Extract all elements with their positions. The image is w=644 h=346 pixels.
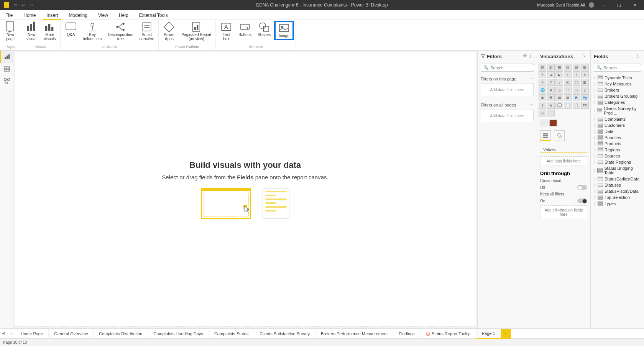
page-tab[interactable]: Page 1 <box>476 329 501 339</box>
page-tab[interactable]: Clients Satisfaction Survey <box>254 329 315 339</box>
field-item[interactable]: 〉Statuses <box>592 182 642 188</box>
field-item[interactable]: 〉State Regions <box>592 159 642 165</box>
field-item[interactable]: 〉Key Measures <box>592 81 642 87</box>
field-item[interactable]: 〉Dynamic Titles <box>592 75 642 81</box>
viz-custom-1[interactable]: ▫ <box>540 120 548 126</box>
shapes-button[interactable]: Shapes <box>255 21 273 38</box>
maximize-button[interactable]: ▢ <box>613 0 625 10</box>
viz-slicer[interactable]: ☰ <box>547 94 555 101</box>
viz-r[interactable]: R <box>573 94 580 101</box>
viz-clustered-column[interactable]: ▧ <box>564 64 572 71</box>
minimize-button[interactable]: ─ <box>598 0 610 10</box>
viz-narrative[interactable]: 📄 <box>564 102 572 109</box>
report-canvas[interactable]: Build visuals with your data Select or d… <box>15 52 476 327</box>
page-tab[interactable]: Complaints Distribution <box>94 329 148 339</box>
viz-values-well[interactable]: Add data fields here <box>540 156 587 166</box>
more-icon[interactable]: ⋯ <box>529 76 534 81</box>
redo-icon[interactable]: ↪ <box>30 3 33 8</box>
menu-view[interactable]: View <box>93 11 113 20</box>
field-item[interactable]: 〉Priorities <box>592 134 642 141</box>
field-item[interactable]: 〉Regions <box>592 147 642 153</box>
field-item[interactable]: 〉Date <box>592 128 642 134</box>
power-apps-button[interactable]: Power Apps <box>160 21 178 42</box>
viz-scatter[interactable]: ⋮ <box>555 79 563 86</box>
menu-file[interactable]: File <box>0 11 18 20</box>
viz-filled-map[interactable]: ◈ <box>547 87 555 93</box>
autosave-icon[interactable]: ⟲ <box>14 3 17 8</box>
field-item[interactable]: 〉Customers <box>592 122 642 128</box>
viz-100-bar[interactable]: ▨ <box>573 64 580 71</box>
field-item[interactable]: 〉Top Selection <box>592 194 642 200</box>
field-item[interactable]: 〉Products <box>592 141 642 147</box>
user-avatar[interactable] <box>589 2 594 8</box>
viz-ribbon[interactable]: ≋ <box>581 71 589 78</box>
more-icon[interactable]: ⋯ <box>529 102 534 107</box>
viz-kpi[interactable]: ◉ <box>539 94 546 101</box>
filters-all-drop[interactable]: Add data fields here <box>481 110 534 122</box>
user-name[interactable]: Mudassir Syed Rashid Ali <box>537 3 585 7</box>
viz-qna[interactable]: 💬 <box>555 102 563 109</box>
page-tab[interactable]: Home Page <box>15 329 49 339</box>
viz-area[interactable]: ◢ <box>547 71 555 78</box>
smart-narrative-button[interactable]: Smart narrative <box>137 21 157 42</box>
data-view-button[interactable] <box>0 63 13 75</box>
viz-format-tab[interactable] <box>554 130 565 141</box>
viz-treemap[interactable]: ▦ <box>581 79 589 86</box>
field-item[interactable]: 〉Brokers <box>592 87 642 93</box>
viz-gauge[interactable]: ◠ <box>564 87 572 93</box>
collapse-viz-icon[interactable]: 〉 <box>583 54 587 59</box>
field-item[interactable]: 〉Sources <box>592 153 642 159</box>
page-tab[interactable]: Complaints Handling Days <box>148 329 209 339</box>
qna-button[interactable]: Q&A <box>62 21 80 38</box>
drill-through-well[interactable]: Add drill-through fields here <box>540 205 587 219</box>
fields-search[interactable]: 🔍 <box>594 64 641 72</box>
viz-stacked-column[interactable]: ▥ <box>547 64 555 71</box>
menu-home[interactable]: Home <box>18 11 41 20</box>
key-influencers-button[interactable]: Key influencers <box>80 21 104 42</box>
viz-header[interactable]: Visualizations 〉 <box>537 51 590 62</box>
text-box-button[interactable]: A Text box <box>217 21 235 42</box>
fields-header[interactable]: Fields 〉 <box>591 51 644 62</box>
page-tab[interactable]: 🚫Status Report Tooltip <box>421 329 476 339</box>
viz-line-clustered[interactable]: ⫱ <box>573 71 580 78</box>
viz-fields-tab[interactable] <box>540 130 551 141</box>
report-view-button[interactable] <box>0 51 13 63</box>
menu-help[interactable]: Help <box>113 11 134 20</box>
field-item[interactable]: 〉Brokers Grouping <box>592 93 642 99</box>
viz-line[interactable]: ⫯ <box>539 71 546 78</box>
page-tab[interactable]: Findings <box>393 329 421 339</box>
image-button[interactable]: Image <box>274 21 294 40</box>
undo-icon[interactable]: ↩ <box>22 3 25 8</box>
field-item[interactable]: 〉StatusEarliestDate <box>592 176 642 182</box>
filters-page-drop[interactable]: Add data fields here <box>481 84 534 96</box>
viz-python[interactable]: Py <box>581 94 589 101</box>
cross-report-toggle[interactable] <box>577 185 587 190</box>
paginated-report-button[interactable]: Paginated Report (preview) <box>179 21 214 42</box>
viz-matrix[interactable]: ▩ <box>564 94 572 101</box>
viz-card[interactable]: ▭ <box>573 87 580 93</box>
menu-external-tools[interactable]: External Tools <box>134 11 173 20</box>
viz-custom-2[interactable]: ▫ <box>549 120 557 126</box>
viz-key-influencers[interactable]: ⚷ <box>539 102 546 109</box>
field-item[interactable]: 〉Types <box>592 200 642 207</box>
filters-search-input[interactable] <box>490 66 543 70</box>
fields-search-input[interactable] <box>603 66 644 70</box>
decomposition-tree-button[interactable]: Decomposition tree <box>105 21 136 42</box>
viz-arcgis[interactable]: 🗺 <box>581 102 589 109</box>
new-page-button[interactable]: New page <box>2 21 19 42</box>
viz-more[interactable]: ⋯ <box>547 110 555 116</box>
model-view-button[interactable] <box>0 75 13 87</box>
viz-stacked-bar[interactable]: ▤ <box>539 64 546 71</box>
keep-filters-toggle[interactable] <box>577 198 587 203</box>
field-item[interactable]: 〉Categories <box>592 99 642 105</box>
menu-insert[interactable]: Insert <box>41 11 63 20</box>
viz-paginated[interactable]: 📋 <box>573 102 580 109</box>
viz-multi-card[interactable]: ▯ <box>581 87 589 93</box>
filters-search[interactable]: 🔍 <box>481 64 534 72</box>
viz-waterfall[interactable]: ⫲ <box>539 79 546 86</box>
viz-stacked-area[interactable]: ◣ <box>555 71 563 78</box>
viz-pie[interactable]: ◴ <box>564 79 572 86</box>
buttons-button[interactable]: Buttons <box>236 21 254 38</box>
page-tab[interactable]: General Overview <box>49 329 94 339</box>
pagetab-first[interactable]: ⮜ <box>0 331 8 336</box>
